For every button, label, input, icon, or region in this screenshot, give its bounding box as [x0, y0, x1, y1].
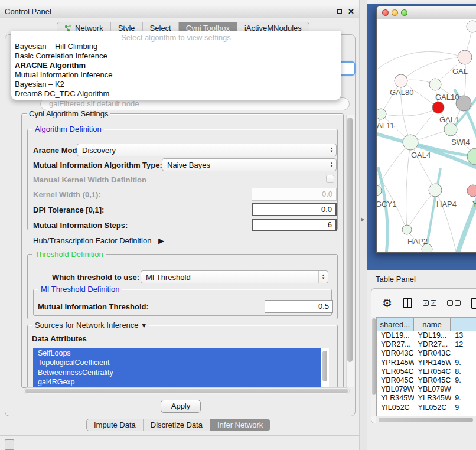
- table-cell: YBL079W: [414, 385, 451, 394]
- table-hscroll-thumb[interactable]: [379, 418, 473, 422]
- data-attributes-list[interactable]: SelfLoopsTopologicalCoefficientBetweenne…: [33, 348, 329, 387]
- network-edge-highlighted[interactable]: [378, 167, 387, 252]
- sources-group-title: Sources for Network Inference ▼: [32, 321, 149, 330]
- table-toolbar: ⚙ ✓ ✓: [371, 289, 476, 317]
- divider-expand-icon[interactable]: [361, 217, 364, 222]
- table-row[interactable]: YBR043CYBR043C: [377, 349, 476, 358]
- network-node-gcy1[interactable]: [377, 185, 382, 196]
- algorithm-option[interactable]: Basic Correlation Inference: [11, 51, 341, 61]
- table-cell: YDL19...: [377, 331, 414, 340]
- data-attribute-item[interactable]: BetweennessCentrality: [33, 368, 321, 377]
- close-panel-icon[interactable]: ✕: [348, 8, 354, 15]
- window-close-icon[interactable]: [382, 9, 389, 16]
- unchecked-box-icon: [447, 300, 453, 306]
- network-node-gal10[interactable]: [429, 79, 441, 90]
- combo-stepper-icon: ▲▼: [318, 271, 328, 283]
- data-attribute-item[interactable]: SelfLoops: [33, 348, 321, 358]
- tab-discretize-data[interactable]: Discretize Data: [144, 419, 210, 431]
- network-edge[interactable]: [406, 142, 410, 230]
- table-cell: 9.: [451, 376, 476, 385]
- mi-threshold-field[interactable]: 0.5: [265, 300, 333, 313]
- tab-impute-data[interactable]: Impute Data: [87, 419, 144, 431]
- algorithm-option[interactable]: Dream8 DC_TDC Algorithm: [11, 89, 341, 99]
- network-node-hap4[interactable]: [429, 184, 442, 197]
- network-node-swi4[interactable]: [444, 123, 457, 136]
- network-edge[interactable]: [381, 107, 438, 116]
- table-cell: YDR27...: [377, 340, 414, 349]
- table-vscroll-thumb[interactable]: [372, 318, 376, 395]
- which-threshold-combo[interactable]: MI Threshold ▲▼: [141, 270, 328, 283]
- kernel-width-label: Kernel Width (0,1):: [33, 190, 101, 199]
- apply-button[interactable]: Apply: [161, 400, 201, 413]
- select-all-columns-icon[interactable]: ✓ ✓: [423, 300, 436, 306]
- column-header[interactable]: shared...: [377, 318, 414, 331]
- minimized-panel-icon[interactable]: [5, 439, 14, 450]
- collapse-right-icon[interactable]: ▶: [158, 236, 164, 245]
- window-zoom-icon[interactable]: [401, 9, 407, 16]
- table-panel-titlebar: Table Panel: [367, 270, 476, 288]
- table-cell: 9.: [451, 394, 476, 403]
- network-node-hap2[interactable]: [402, 225, 412, 234]
- node-label-swi4: SWI4: [451, 138, 470, 146]
- settings-hscroll-thumb[interactable]: [25, 389, 348, 393]
- algorithm-option[interactable]: ARACNE Algorithm: [11, 61, 341, 70]
- network-edge[interactable]: [377, 51, 465, 71]
- network-node-gal4[interactable]: [403, 135, 418, 150]
- aracne-mode-combo[interactable]: Discovery ▲▼: [77, 144, 337, 156]
- new-table-icon[interactable]: [471, 298, 476, 309]
- table-vscroll-track[interactable]: [371, 317, 376, 416]
- attr-list-scrollbar[interactable]: [322, 351, 327, 381]
- split-columns-icon[interactable]: [403, 298, 412, 308]
- algorithm-option[interactable]: Bayesian – K2: [11, 80, 341, 89]
- algorithm-option[interactable]: Bayesian – Hill Climbing: [11, 42, 341, 51]
- window-minimize-icon[interactable]: [392, 9, 398, 16]
- hub-definition-toggle[interactable]: Hub/Transcription Factor Definition ▶: [33, 236, 164, 245]
- algorithm-option[interactable]: Mutual Information Inference: [11, 70, 341, 80]
- data-attribute-item[interactable]: gal4RGexp: [33, 377, 321, 387]
- float-panel-icon[interactable]: [337, 9, 342, 14]
- table-row[interactable]: YBL079WYBL079W: [377, 385, 476, 394]
- settings-vscroll-thumb[interactable]: [347, 118, 353, 362]
- panel-split-divider[interactable]: [359, 0, 367, 450]
- table-panel-title: Table Panel: [376, 275, 416, 283]
- kernel-width-field[interactable]: 0.0: [252, 188, 337, 201]
- network-node-node-pink[interactable]: [467, 185, 476, 197]
- tab-infer-network-label: Infer Network: [217, 420, 263, 429]
- table-row[interactable]: YLR345WYLR345W9.: [377, 394, 476, 403]
- checked-box-icon: ✓: [423, 300, 429, 306]
- column-header[interactable]: name: [414, 318, 451, 331]
- dpi-tolerance-field[interactable]: 0.0: [252, 203, 337, 216]
- column-header[interactable]: [451, 318, 476, 331]
- network-node-gal80[interactable]: [395, 74, 407, 87]
- gear-icon[interactable]: ⚙: [382, 296, 392, 310]
- table-row[interactable]: YBR045CYBR045C9.: [377, 376, 476, 385]
- collapse-down-icon[interactable]: ▼: [141, 322, 147, 329]
- network-node-node-top[interactable]: [467, 21, 476, 32]
- table-row[interactable]: YPR145WYPR145W9.: [377, 358, 476, 367]
- network-node-gal11[interactable]: [377, 109, 386, 119]
- which-threshold-value: MI Threshold: [146, 273, 318, 282]
- settings-hscroll-track[interactable]: [24, 387, 350, 394]
- table-cell: 13: [451, 331, 476, 340]
- table-header-row: shared...name: [377, 318, 476, 331]
- mi-threshold-definition-title: MI Threshold Definition: [38, 285, 122, 294]
- node-label-hap4: HAP4: [436, 200, 457, 208]
- network-canvas[interactable]: GALGAL80GAL10GAL1GAL11SWI4GAL4GCY1HAP4YH…: [377, 19, 476, 252]
- network-node-gal-partial[interactable]: [458, 50, 472, 64]
- data-attribute-item[interactable]: TopologicalCoefficient: [33, 358, 321, 367]
- table-row[interactable]: YDL19...YDL19...13: [377, 331, 476, 340]
- algorithm-dropdown-items: Bayesian – Hill ClimbingBasic Correlatio…: [11, 42, 341, 99]
- table-hscroll-track[interactable]: [376, 416, 476, 423]
- table-row[interactable]: YIL052CYIL052C9: [377, 403, 476, 412]
- tab-impute-data-label: Impute Data: [94, 420, 136, 429]
- table-row[interactable]: YER054CYER054C8.: [377, 367, 476, 376]
- tab-infer-network[interactable]: Infer Network: [210, 419, 270, 431]
- manual-kernel-width-checkbox[interactable]: [326, 175, 334, 183]
- network-window-titlebar[interactable]: [377, 6, 476, 19]
- table-cell: YLR345W: [414, 394, 451, 403]
- mi-steps-field[interactable]: 6: [252, 219, 337, 231]
- table-row[interactable]: YDR27...YDR27...12: [377, 340, 476, 349]
- unselect-all-columns-icon[interactable]: [447, 300, 461, 306]
- network-node-gal1[interactable]: [432, 102, 444, 113]
- mi-algorithm-type-combo[interactable]: Naive Bayes ▲▼: [162, 158, 337, 171]
